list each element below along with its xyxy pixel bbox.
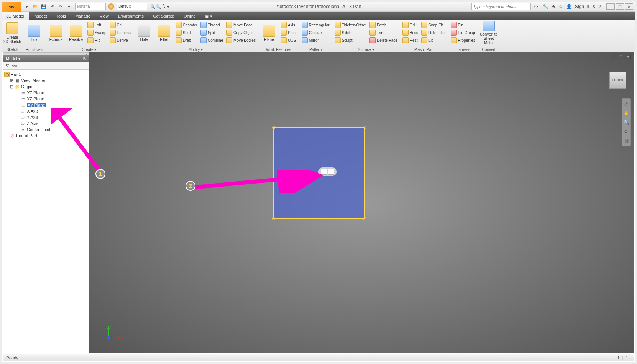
plane-button[interactable]: Plane bbox=[260, 21, 278, 45]
rule-fillet-button[interactable]: Rule Fillet bbox=[420, 29, 446, 36]
tree-xz-plane[interactable]: ▭XZ Plane bbox=[4, 96, 88, 102]
help-icon[interactable]: ? bbox=[598, 4, 601, 9]
app-logo[interactable]: PRO bbox=[2, 2, 21, 12]
mini-create-sketch-icon[interactable] bbox=[328, 169, 334, 175]
pan-icon[interactable]: ✋ bbox=[623, 110, 630, 116]
shell-button[interactable]: Shell bbox=[175, 29, 198, 36]
save-icon[interactable]: 💾 bbox=[41, 3, 47, 10]
thread-button[interactable]: Thread bbox=[200, 21, 224, 29]
stitch-button[interactable]: Stitch bbox=[334, 29, 367, 36]
search-input[interactable] bbox=[471, 3, 531, 10]
fx-icon[interactable]: fx bbox=[161, 3, 167, 9]
redo-icon[interactable]: ↷ bbox=[57, 3, 64, 10]
thicken-button[interactable]: Thicken/Offset bbox=[334, 21, 367, 29]
plane-handle[interactable] bbox=[272, 217, 275, 220]
rectangular-button[interactable]: Rectangular bbox=[301, 21, 330, 29]
search-plus-icon[interactable]: 🔍 bbox=[150, 4, 156, 9]
draft-button[interactable]: Draft bbox=[175, 36, 198, 44]
revolve-button[interactable]: Revolve bbox=[67, 21, 85, 45]
material-sphere-icon[interactable] bbox=[108, 3, 114, 10]
delete-face-button[interactable]: Delete Face bbox=[369, 36, 398, 44]
tab-view[interactable]: View bbox=[95, 12, 113, 20]
star-icon[interactable]: ★ bbox=[552, 4, 556, 9]
tab-online[interactable]: Online bbox=[179, 12, 200, 20]
move-face-button[interactable]: Move Face bbox=[225, 21, 256, 29]
extrude-button[interactable]: Extrude bbox=[47, 21, 65, 45]
convert-sheet-metal-button[interactable]: Convert to Sheet Metal bbox=[479, 21, 498, 45]
boss-button[interactable]: Boss bbox=[402, 29, 419, 36]
tab-get-started[interactable]: Get Started bbox=[148, 12, 179, 20]
tree-x-axis[interactable]: ▱X Axis bbox=[4, 108, 88, 114]
pin-button[interactable]: Pin bbox=[450, 21, 476, 29]
plane-handle[interactable] bbox=[363, 126, 366, 129]
ucs-button[interactable]: UCS bbox=[280, 36, 297, 44]
doc-maximize-button[interactable]: ☐ bbox=[618, 54, 624, 59]
point-button[interactable]: Point bbox=[280, 29, 297, 36]
fillet-button[interactable]: Fillet bbox=[155, 21, 173, 45]
tree-y-axis[interactable]: ▱Y Axis bbox=[4, 114, 88, 120]
steering-wheel-icon[interactable]: ◎ bbox=[623, 100, 630, 107]
mirror-button[interactable]: Mirror bbox=[301, 36, 330, 44]
grill-button[interactable]: Grill bbox=[402, 21, 419, 29]
doc-close-button[interactable]: ✕ bbox=[625, 54, 631, 59]
new-icon[interactable]: ▾ bbox=[24, 3, 30, 10]
tree-yz-plane[interactable]: ▭YZ Plane bbox=[4, 90, 88, 96]
box-button[interactable]: Box bbox=[25, 21, 43, 45]
tab-tools[interactable]: Tools bbox=[52, 12, 71, 20]
key-icon[interactable]: 🔧 bbox=[543, 4, 548, 9]
trim-button[interactable]: Trim bbox=[369, 29, 398, 36]
hole-button[interactable]: Hole bbox=[135, 21, 153, 45]
maximize-button[interactable]: ☐ bbox=[616, 3, 624, 10]
material-dropdown[interactable]: Material bbox=[75, 3, 106, 10]
tree-xy-plane[interactable]: ▭XY Plane bbox=[4, 102, 88, 108]
lookat-icon[interactable]: ▦ bbox=[623, 137, 630, 144]
orbit-icon[interactable]: ⟳ bbox=[623, 128, 630, 135]
minimize-button[interactable]: — bbox=[606, 3, 615, 10]
emboss-button[interactable]: Emboss bbox=[109, 29, 131, 36]
tab-inspect[interactable]: Inspect bbox=[29, 12, 51, 20]
loft-button[interactable]: Loft bbox=[87, 21, 107, 29]
viewport[interactable]: — ☐ ✕ FRONT ◎ ✋ 🔍 ⟳ ▦ x y bbox=[89, 52, 634, 353]
open-icon[interactable]: 📂 bbox=[32, 3, 38, 10]
mini-new-sketch-icon[interactable] bbox=[321, 169, 327, 175]
pin-icon[interactable]: ⇱ bbox=[83, 55, 87, 62]
snap-fit-button[interactable]: Snap Fit bbox=[420, 21, 446, 29]
tree-end-of-part[interactable]: ⊘End of Part bbox=[4, 133, 88, 139]
zoom-icon[interactable]: 🔍 bbox=[623, 119, 630, 126]
tree-z-axis[interactable]: ▱Z Axis bbox=[4, 120, 88, 126]
derive-button[interactable]: Derive bbox=[109, 36, 131, 44]
close-button[interactable]: ✕ bbox=[625, 3, 633, 10]
sculpt-button[interactable]: Sculpt bbox=[334, 36, 367, 44]
axis-button[interactable]: Axis bbox=[280, 21, 297, 29]
exchange-icon[interactable]: X bbox=[592, 4, 595, 9]
circular-button[interactable]: Circular bbox=[301, 29, 330, 36]
user-icon[interactable]: 👤 bbox=[566, 4, 572, 9]
binoculars-icon[interactable]: 👀 bbox=[534, 4, 540, 9]
tree-center-point[interactable]: ◇Center Point bbox=[4, 126, 88, 133]
tree-origin[interactable]: ⊟📁Origin bbox=[4, 84, 88, 90]
lip-button[interactable]: Lip bbox=[420, 36, 446, 44]
rest-button[interactable]: Rest bbox=[402, 36, 419, 44]
undo-icon[interactable]: ↶ bbox=[49, 3, 55, 10]
sweep-button[interactable]: Sweep bbox=[87, 29, 107, 36]
tree-root[interactable]: ▢Part1 bbox=[4, 71, 88, 77]
doc-minimize-button[interactable]: — bbox=[611, 54, 617, 59]
filter-icon[interactable]: ∇ bbox=[6, 63, 9, 69]
copy-object-button[interactable]: Copy Object bbox=[225, 29, 256, 36]
rib-button[interactable]: Rib bbox=[87, 36, 107, 44]
tab-3d-model[interactable]: 3D Model bbox=[2, 12, 29, 20]
signin-link[interactable]: Sign In bbox=[575, 4, 589, 9]
patch-button[interactable]: Patch bbox=[369, 21, 398, 29]
find-icon[interactable]: 👓 bbox=[12, 63, 18, 69]
search-minus-icon[interactable]: 🔍 bbox=[156, 4, 161, 9]
tab-extras-icon[interactable]: ▣ ▾ bbox=[200, 12, 217, 20]
plane-handle[interactable] bbox=[363, 217, 366, 220]
appearance-dropdown[interactable]: Default bbox=[117, 3, 147, 10]
move-bodies-button[interactable]: Move Bodies bbox=[225, 36, 256, 44]
coil-button[interactable]: Coil bbox=[109, 21, 131, 29]
split-button[interactable]: Split bbox=[200, 29, 224, 36]
tab-environments[interactable]: Environments bbox=[113, 12, 148, 20]
combine-button[interactable]: Combine bbox=[200, 36, 224, 44]
model-browser-header[interactable]: Model ▾⇱ bbox=[3, 55, 89, 62]
tab-manage[interactable]: Manage bbox=[71, 12, 95, 20]
